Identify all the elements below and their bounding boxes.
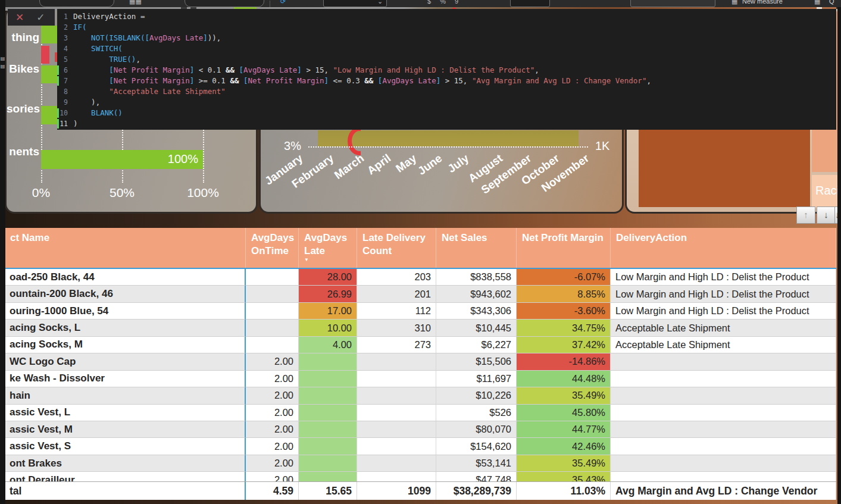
cell-ontime[interactable] bbox=[246, 269, 299, 286]
table-row[interactable]: acing Socks, L10.00310$10,44534.75%Accep… bbox=[5, 320, 836, 336]
cell-late[interactable] bbox=[299, 387, 357, 404]
cell-name[interactable]: WC Logo Cap bbox=[5, 353, 246, 370]
table-row[interactable]: ont Derailleur2.00$47,74835.43% bbox=[5, 472, 836, 481]
formula-cancel-icon[interactable]: ✕ bbox=[15, 11, 24, 24]
cell-count[interactable] bbox=[357, 438, 436, 455]
code-line-6[interactable]: 6 [Net Profit Margin] < 0.1 && [AvgDays … bbox=[57, 65, 836, 76]
cell-action[interactable] bbox=[611, 438, 836, 455]
cell-count[interactable] bbox=[357, 455, 436, 472]
cell-name[interactable]: ountain-200 Black, 46 bbox=[5, 286, 246, 302]
cell-action[interactable] bbox=[611, 472, 836, 481]
cell-ontime[interactable]: 2.00 bbox=[246, 421, 299, 438]
column-header-ontime[interactable]: AvgDays OnTime bbox=[246, 228, 299, 268]
cell-name[interactable]: ouring-1000 Blue, 54 bbox=[5, 303, 246, 320]
cell-count[interactable] bbox=[357, 421, 436, 438]
table-row[interactable]: ke Wash - Dissolver2.00$11,69744.48% bbox=[5, 371, 836, 387]
cell-count[interactable]: 203 bbox=[357, 269, 436, 286]
cell-late[interactable] bbox=[299, 353, 357, 370]
cell-ontime[interactable]: 2.00 bbox=[246, 472, 299, 481]
cell-margin[interactable]: -14.86% bbox=[517, 353, 611, 370]
cell-action[interactable]: Acceptable Late Shipment bbox=[611, 320, 836, 336]
cell-action[interactable]: Acceptable Late Shipment bbox=[611, 337, 836, 353]
cell-margin[interactable]: 34.75% bbox=[517, 320, 611, 336]
decimals-dropdown[interactable] bbox=[510, 0, 550, 7]
code-line-8[interactable]: 8 "Acceptable Late Shipment" bbox=[57, 86, 836, 97]
cell-late[interactable] bbox=[299, 405, 357, 421]
code-line-3[interactable]: 3 NOT(ISBLANK([AvgDays Late])), bbox=[57, 33, 836, 43]
refresh-icon[interactable]: ⟳ bbox=[280, 0, 286, 5]
cell-name[interactable]: assic Vest, S bbox=[5, 438, 246, 455]
column-header-action[interactable]: DeliveryAction bbox=[611, 228, 836, 268]
table-visual[interactable]: ct NameAvgDays OnTimeAvgDays Late▼Late D… bbox=[5, 228, 836, 500]
cell-name[interactable]: ont Derailleur bbox=[5, 472, 246, 481]
cell-count[interactable]: 310 bbox=[357, 320, 436, 336]
cell-sales[interactable]: $343,306 bbox=[436, 303, 517, 320]
cell-late[interactable] bbox=[299, 371, 357, 387]
left-pane-collapsed-rail[interactable]: ▤ ▤ bbox=[0, 0, 5, 504]
cell-margin[interactable]: 35.49% bbox=[517, 387, 611, 404]
scroll-down-button[interactable]: ↓ bbox=[817, 206, 836, 224]
cell-sales[interactable]: $943,602 bbox=[436, 286, 517, 302]
cell-count[interactable]: 112 bbox=[357, 303, 436, 320]
column-header-name[interactable]: ct Name bbox=[5, 228, 246, 268]
cell-name[interactable]: assic Vest, M bbox=[5, 421, 246, 438]
cell-margin[interactable]: 45.80% bbox=[517, 405, 611, 421]
cell-margin[interactable]: 37.42% bbox=[517, 337, 611, 353]
code-line-4[interactable]: 4 SWITCH( bbox=[57, 43, 836, 54]
code-line-7[interactable]: 7 [Net Profit Margin] >= 0.1 && [Net Pro… bbox=[57, 76, 836, 86]
code-line-10[interactable]: 10 BLANK() bbox=[57, 108, 836, 118]
cell-sales[interactable]: $80,070 bbox=[436, 421, 517, 438]
cell-margin[interactable]: 44.77% bbox=[517, 421, 611, 438]
chevron-down-icon[interactable]: ⌄ bbox=[377, 0, 383, 5]
ribbon-field-box[interactable] bbox=[630, 0, 715, 7]
code-line-11[interactable]: 11) bbox=[57, 118, 836, 129]
code-line-2[interactable]: 2IF( bbox=[57, 22, 836, 33]
cell-action[interactable] bbox=[611, 421, 836, 438]
cell-late[interactable]: 28.00 bbox=[299, 269, 357, 286]
cell-count[interactable]: 201 bbox=[357, 286, 436, 302]
cell-count[interactable] bbox=[357, 353, 436, 370]
cell-name[interactable]: oad-250 Black, 44 bbox=[5, 269, 246, 286]
cell-sales[interactable]: $53,141 bbox=[436, 455, 517, 472]
cell-margin[interactable]: 42.46% bbox=[517, 438, 611, 455]
cell-margin[interactable]: 44.48% bbox=[517, 371, 611, 387]
cell-sales[interactable]: $11,697 bbox=[436, 371, 517, 387]
cell-sales[interactable]: $526 bbox=[436, 405, 517, 421]
cell-ontime[interactable]: 2.00 bbox=[246, 438, 299, 455]
cell-ontime[interactable] bbox=[246, 320, 299, 336]
cell-late[interactable]: 17.00 bbox=[299, 303, 357, 320]
table-row[interactable]: assic Vest, M2.00$80,07044.77% bbox=[5, 421, 836, 438]
cell-late[interactable] bbox=[299, 455, 357, 472]
column-header-sales[interactable]: Net Sales bbox=[436, 228, 517, 268]
cell-action[interactable] bbox=[611, 455, 836, 472]
cell-ontime[interactable] bbox=[246, 286, 299, 302]
cell-action[interactable] bbox=[611, 387, 836, 404]
cell-sales[interactable]: $154,620 bbox=[436, 438, 517, 455]
cell-late[interactable]: 26.99 bbox=[299, 286, 357, 302]
cell-count[interactable] bbox=[357, 472, 436, 481]
cell-name[interactable]: acing Socks, L bbox=[5, 320, 246, 336]
bar-nents-green[interactable]: 100% bbox=[41, 150, 203, 169]
cell-count[interactable]: 273 bbox=[357, 337, 436, 353]
code-line-5[interactable]: 5 TRUE(), bbox=[57, 54, 836, 65]
cell-name[interactable]: assic Vest, L bbox=[5, 405, 246, 421]
table-row[interactable]: oad-250 Black, 4428.00203$838,558-6.07%L… bbox=[5, 269, 836, 286]
cell-ontime[interactable]: 2.00 bbox=[246, 353, 299, 370]
table-row[interactable]: ont Brakes2.00$53,14135.49% bbox=[5, 455, 836, 472]
cell-action[interactable]: Low Margin and High LD : Delist the Prod… bbox=[611, 286, 836, 302]
cell-action[interactable]: Low Margin and High LD : Delist the Prod… bbox=[611, 303, 836, 320]
cell-late[interactable]: 4.00 bbox=[299, 337, 357, 353]
cell-ontime[interactable]: 2.00 bbox=[246, 371, 299, 387]
dax-formula-editor[interactable]: 1DeliveryAction =2IF(3 NOT(ISBLANK([AvgD… bbox=[57, 9, 836, 130]
cell-sales[interactable]: $47,748 bbox=[436, 472, 517, 481]
cell-count[interactable] bbox=[357, 371, 436, 387]
cell-sales[interactable]: $6,227 bbox=[436, 337, 517, 353]
cell-name[interactable]: ont Brakes bbox=[5, 455, 246, 472]
quick-measure-button[interactable]: Q bbox=[829, 0, 834, 5]
ribbon-input-box[interactable] bbox=[39, 0, 114, 7]
cell-sales[interactable]: $838,558 bbox=[436, 269, 517, 286]
table-row[interactable]: WC Logo Cap2.00$15,506-14.86% bbox=[5, 353, 836, 370]
rail-pane-icon[interactable]: ▤ bbox=[0, 56, 5, 61]
cell-margin[interactable]: 35.49% bbox=[517, 455, 611, 472]
cell-name[interactable]: hain bbox=[5, 387, 246, 404]
